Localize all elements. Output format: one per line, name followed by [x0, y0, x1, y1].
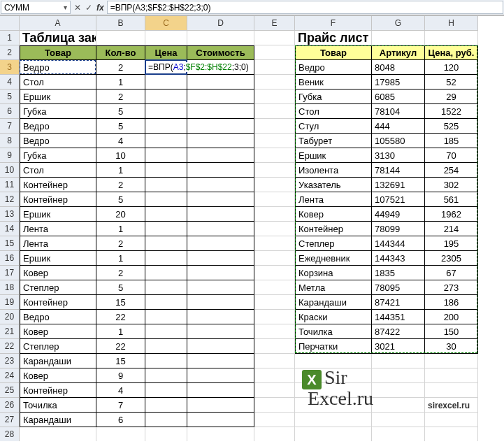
- cell[interactable]: [254, 236, 295, 251]
- row-header[interactable]: 7: [0, 119, 20, 134]
- cell[interactable]: 6085: [372, 89, 425, 104]
- cell[interactable]: 17985: [372, 75, 425, 89]
- cell[interactable]: Метла: [295, 280, 372, 295]
- cell[interactable]: [145, 280, 187, 295]
- cell[interactable]: Ковер: [20, 324, 96, 339]
- cell[interactable]: [145, 310, 187, 324]
- cell[interactable]: 20: [96, 207, 145, 222]
- cell[interactable]: 144344: [372, 236, 425, 251]
- cell[interactable]: [145, 148, 187, 163]
- cell[interactable]: 1: [96, 222, 145, 236]
- cell[interactable]: 561: [425, 192, 478, 207]
- column-header[interactable]: A: [20, 16, 96, 31]
- row-header[interactable]: 21: [0, 324, 20, 339]
- row-header[interactable]: 25: [0, 383, 20, 398]
- cell[interactable]: [295, 413, 372, 427]
- cell[interactable]: [425, 427, 478, 441]
- cell[interactable]: [187, 60, 254, 75]
- cell[interactable]: Губка: [295, 89, 372, 104]
- cell[interactable]: [254, 383, 295, 398]
- cell[interactable]: [254, 222, 295, 236]
- cell[interactable]: 120: [425, 60, 478, 75]
- cell[interactable]: Ежедневник: [295, 251, 372, 266]
- cell[interactable]: [145, 89, 187, 104]
- cell[interactable]: [187, 383, 254, 398]
- cell[interactable]: 29: [425, 89, 478, 104]
- cell[interactable]: Цена: [145, 45, 187, 60]
- cell[interactable]: 1835: [372, 266, 425, 280]
- select-all-corner[interactable]: [0, 16, 20, 31]
- cell[interactable]: 254: [425, 163, 478, 178]
- row-header[interactable]: 24: [0, 368, 20, 383]
- cell[interactable]: 525: [425, 119, 478, 134]
- cell[interactable]: [187, 89, 254, 104]
- cell[interactable]: Указатель: [295, 178, 372, 192]
- cell[interactable]: [187, 31, 254, 45]
- cell[interactable]: 4: [96, 383, 145, 398]
- row-header[interactable]: 19: [0, 295, 20, 310]
- cell[interactable]: Степлер: [20, 339, 96, 354]
- cell[interactable]: Ведро: [20, 119, 96, 134]
- cell[interactable]: [145, 339, 187, 354]
- cell[interactable]: [187, 280, 254, 295]
- row-header[interactable]: 23: [0, 354, 20, 368]
- cell[interactable]: 22: [96, 310, 145, 324]
- column-header[interactable]: C: [145, 16, 187, 31]
- cell[interactable]: 10: [96, 148, 145, 163]
- cell[interactable]: Ковер: [20, 368, 96, 383]
- column-header[interactable]: F: [295, 16, 372, 31]
- spreadsheet-grid[interactable]: ABCDEFGH1Таблица заказовПрайс лист2Товар…: [0, 15, 504, 441]
- cell[interactable]: Стол: [20, 75, 96, 89]
- row-header[interactable]: 11: [0, 178, 20, 192]
- cell[interactable]: [254, 163, 295, 178]
- cell[interactable]: Товар: [295, 45, 372, 60]
- cell[interactable]: Ведро: [20, 134, 96, 148]
- cell[interactable]: [254, 413, 295, 427]
- cell[interactable]: Лента: [20, 222, 96, 236]
- row-header[interactable]: 20: [0, 310, 20, 324]
- cell[interactable]: Ведро: [20, 60, 96, 75]
- cell[interactable]: Товар: [20, 45, 96, 60]
- cell[interactable]: 185: [425, 134, 478, 148]
- cell[interactable]: Ковер: [295, 207, 372, 222]
- cell[interactable]: [254, 398, 295, 413]
- cell[interactable]: [187, 134, 254, 148]
- cell[interactable]: [187, 324, 254, 339]
- cell[interactable]: 1: [96, 324, 145, 339]
- row-header[interactable]: 3: [0, 60, 20, 75]
- row-header[interactable]: 16: [0, 251, 20, 266]
- cell[interactable]: [187, 427, 254, 441]
- row-header[interactable]: 6: [0, 104, 20, 119]
- cell[interactable]: [187, 163, 254, 178]
- cell[interactable]: [254, 178, 295, 192]
- cell[interactable]: [145, 75, 187, 89]
- cell[interactable]: Лента: [295, 192, 372, 207]
- cell[interactable]: [187, 413, 254, 427]
- row-header[interactable]: 12: [0, 192, 20, 207]
- cell[interactable]: 2: [96, 89, 145, 104]
- cell[interactable]: [372, 368, 425, 383]
- cell[interactable]: 8048: [372, 60, 425, 75]
- cell[interactable]: [145, 207, 187, 222]
- cell[interactable]: 6: [96, 413, 145, 427]
- cell[interactable]: 150: [425, 324, 478, 339]
- cell[interactable]: [425, 368, 478, 383]
- cell[interactable]: 4: [96, 134, 145, 148]
- cell[interactable]: [145, 324, 187, 339]
- cell[interactable]: [372, 427, 425, 441]
- cell[interactable]: Карандаши: [20, 413, 96, 427]
- row-header[interactable]: 13: [0, 207, 20, 222]
- cell[interactable]: 2305: [425, 251, 478, 266]
- column-header[interactable]: B: [96, 16, 145, 31]
- cell[interactable]: [254, 148, 295, 163]
- name-box-dropdown-icon[interactable]: ▾: [64, 3, 67, 11]
- cell[interactable]: 78099: [372, 222, 425, 236]
- cell[interactable]: [254, 324, 295, 339]
- cell[interactable]: 70: [425, 148, 478, 163]
- cell[interactable]: [145, 413, 187, 427]
- cell[interactable]: Карандаши: [295, 295, 372, 310]
- row-header[interactable]: 14: [0, 222, 20, 236]
- cell[interactable]: 1: [96, 75, 145, 89]
- row-header[interactable]: 1: [0, 31, 20, 45]
- cell[interactable]: 87421: [372, 295, 425, 310]
